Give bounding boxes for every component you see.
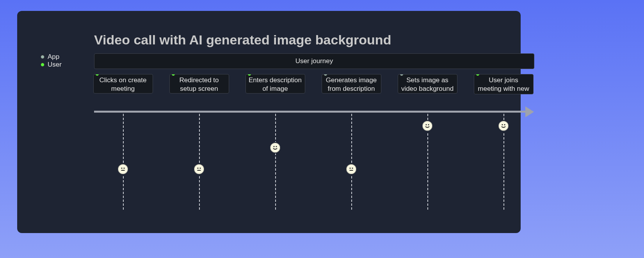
journey-section-bar: User journey bbox=[94, 53, 534, 69]
legend-item-app: App bbox=[41, 53, 62, 61]
neutral-face-icon bbox=[193, 163, 205, 175]
journey-section-label: User journey bbox=[295, 57, 333, 65]
legend: App User bbox=[41, 53, 62, 69]
step-guideline bbox=[275, 114, 276, 210]
svg-point-8 bbox=[349, 168, 350, 169]
journey-step-label: Enters description of image bbox=[249, 76, 302, 92]
journey-step: Enters description of image bbox=[246, 74, 305, 94]
timeline-axis bbox=[94, 109, 534, 113]
neutral-face-icon bbox=[345, 163, 357, 175]
svg-point-7 bbox=[276, 146, 277, 147]
legend-dot-user bbox=[41, 63, 44, 67]
journey-step: Generates image from description bbox=[322, 74, 381, 94]
user-dot-icon bbox=[95, 74, 99, 76]
legend-label-user: User bbox=[48, 61, 62, 69]
arrowhead-icon bbox=[525, 106, 534, 117]
journey-step-label: Redirected to setup screen bbox=[179, 76, 219, 92]
svg-point-12 bbox=[428, 124, 429, 125]
user-dot-icon bbox=[247, 74, 251, 76]
step-guideline bbox=[351, 114, 352, 210]
svg-point-9 bbox=[352, 168, 353, 169]
svg-point-13 bbox=[502, 124, 503, 125]
diagram-title: Video call with AI generated image backg… bbox=[94, 32, 391, 48]
axis-line bbox=[94, 111, 525, 113]
diagram-panel: App User Video call with AI generated im… bbox=[17, 11, 521, 233]
neutral-face-icon bbox=[117, 163, 129, 175]
legend-label-app: App bbox=[48, 53, 59, 61]
user-dot-icon bbox=[171, 74, 175, 76]
step-guideline bbox=[199, 114, 200, 210]
svg-point-4 bbox=[199, 168, 201, 169]
happy-face-icon bbox=[498, 120, 509, 132]
journey-step-label: Clicks on create meeting bbox=[100, 76, 147, 92]
journey-step-label: Generates image from description bbox=[326, 76, 377, 92]
app-dot-icon bbox=[324, 74, 327, 76]
happy-face-icon bbox=[269, 142, 281, 154]
journey-step: Clicks on create meeting bbox=[93, 74, 153, 94]
step-guideline bbox=[123, 114, 124, 210]
svg-point-11 bbox=[425, 124, 427, 125]
journey-step: User joins meeting with new bg bbox=[474, 74, 534, 94]
legend-dot-app bbox=[41, 55, 44, 59]
user-dot-icon bbox=[476, 74, 480, 76]
svg-point-0 bbox=[121, 168, 122, 169]
journey-step-label: User joins meeting with new bg bbox=[478, 76, 529, 94]
happy-face-icon bbox=[422, 120, 433, 132]
app-dot-icon bbox=[400, 74, 404, 76]
legend-item-user: User bbox=[41, 61, 62, 69]
journey-step: Redirected to setup screen bbox=[169, 74, 229, 94]
journey-step: Sets image as video background bbox=[398, 74, 457, 94]
svg-point-14 bbox=[504, 124, 505, 125]
journey-step-label: Sets image as video background bbox=[401, 76, 454, 92]
svg-point-1 bbox=[123, 168, 125, 169]
svg-point-3 bbox=[197, 168, 198, 169]
svg-point-6 bbox=[273, 146, 274, 147]
